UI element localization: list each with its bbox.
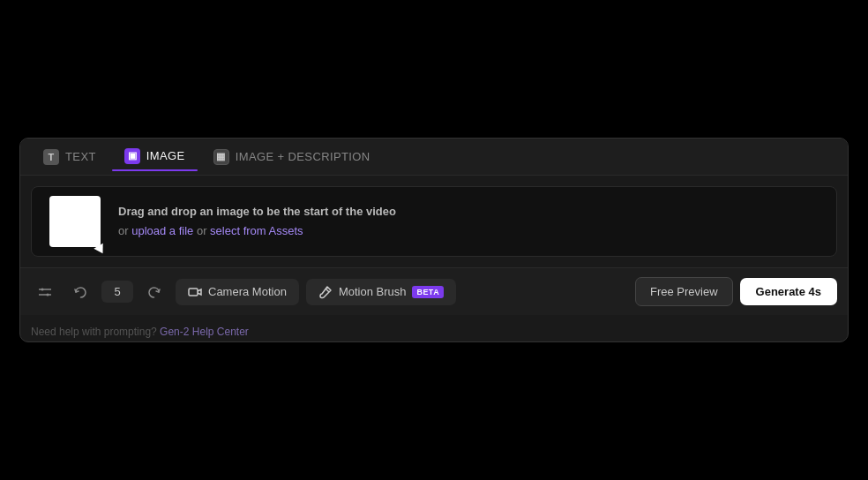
help-prefix: Need help with prompting?: [31, 326, 157, 338]
drop-zone-text: Drag and drop an image to be the start o…: [118, 202, 396, 241]
help-center-link[interactable]: Gen-2 Help Center: [160, 326, 249, 338]
motion-brush-label: Motion Brush: [339, 285, 407, 298]
free-preview-label: Free Preview: [650, 285, 718, 298]
svg-rect-4: [189, 289, 198, 296]
motion-brush-icon: [318, 285, 333, 299]
generate-label: Generate 4s: [756, 285, 821, 298]
undo-icon: [73, 285, 87, 299]
redo-button[interactable]: [140, 280, 168, 304]
image-desc-tab-label: IMAGE + DESCRIPTION: [236, 150, 370, 163]
camera-motion-button[interactable]: Camera Motion: [176, 279, 299, 305]
generate-button[interactable]: Generate 4s: [740, 278, 837, 305]
settings-icon: [38, 285, 52, 299]
drop-main-text: Drag and drop an image to be the start o…: [118, 205, 396, 218]
text-tab-label: TEXT: [65, 150, 96, 163]
tab-image[interactable]: ▣ IMAGE: [112, 143, 198, 169]
tab-image-desc-wrapper: ▦ IMAGE + DESCRIPTION: [201, 144, 383, 170]
tab-image-wrapper: ▣ IMAGE: [112, 143, 198, 171]
tab-text[interactable]: T TEXT: [31, 144, 108, 170]
image-tab-label: IMAGE: [146, 149, 185, 162]
drop-sub-prefix: or: [118, 224, 131, 237]
free-preview-button[interactable]: Free Preview: [635, 277, 733, 306]
cursor-indicator: [94, 244, 107, 257]
assets-link[interactable]: select from Assets: [210, 224, 303, 237]
upload-file-link[interactable]: upload a file: [131, 224, 193, 237]
motion-brush-button[interactable]: Motion Brush BETA: [306, 279, 456, 305]
counter-value: 5: [114, 285, 120, 298]
beta-badge: BETA: [412, 286, 444, 298]
help-text-container: Need help with prompting? Gen-2 Help Cen…: [20, 315, 848, 341]
undo-button[interactable]: [66, 280, 94, 304]
svg-point-3: [47, 293, 49, 296]
svg-line-5: [326, 289, 329, 292]
text-tab-icon: T: [43, 149, 59, 165]
camera-motion-label: Camera Motion: [208, 285, 287, 298]
counter-display[interactable]: 5: [101, 281, 133, 303]
toolbar: 5 Camera Motion Motion Brush BETA: [20, 267, 848, 315]
image-tab-icon: ▣: [124, 148, 140, 164]
main-panel: T TEXT ▣ IMAGE ▦ IMAGE + DESCRIPTION Dra…: [19, 138, 849, 342]
svg-point-2: [41, 288, 44, 290]
drop-zone[interactable]: Drag and drop an image to be the start o…: [31, 186, 837, 257]
tab-image-desc[interactable]: ▦ IMAGE + DESCRIPTION: [201, 144, 383, 170]
camera-motion-icon: [188, 285, 202, 299]
image-desc-tab-icon: ▦: [213, 149, 229, 165]
settings-button[interactable]: [31, 280, 59, 304]
redo-icon: [147, 285, 161, 299]
tabs-bar: T TEXT ▣ IMAGE ▦ IMAGE + DESCRIPTION: [20, 139, 848, 176]
active-tab-underline: [112, 169, 198, 171]
image-preview-thumbnail[interactable]: [49, 196, 101, 247]
tab-text-wrapper: T TEXT: [31, 144, 108, 170]
drop-sub-middle: or: [193, 224, 210, 237]
